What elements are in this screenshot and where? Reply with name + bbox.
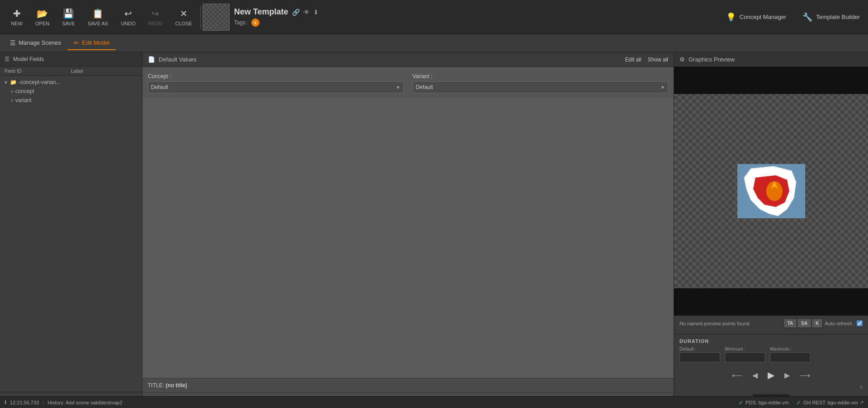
map-svg	[737, 164, 805, 218]
tags-label: Tags :	[234, 19, 249, 26]
status-right: ✓ PDS: bgo-eddie-vm ✓ GH REST: bgo-eddie…	[738, 399, 863, 406]
field-id-col-header: Field ID	[5, 68, 71, 74]
open-icon: 📂	[37, 8, 48, 19]
undo-icon: ↩	[124, 8, 132, 19]
duration-fields: Default : Minimum : Maximum :	[679, 347, 863, 362]
play-button[interactable]: ▶	[766, 369, 776, 381]
manage-scenes-tab[interactable]: ☰ Manage Scenes	[4, 37, 67, 50]
add-tag-button[interactable]: +	[251, 19, 259, 27]
new-button[interactable]: ✚ NEW	[5, 5, 29, 29]
main-toolbar: ✚ NEW 📂 OPEN 💾 SAVE 📋 SAVE AS ↩ UNDO ↪ R…	[0, 0, 868, 34]
edit-model-tab[interactable]: ✏ Edit Model	[67, 37, 116, 50]
concept-group: Concept : Default ▼	[148, 73, 404, 93]
variant-select-wrap: Default ▼	[413, 81, 669, 93]
template-builder-button[interactable]: 🔧 Template Builder	[799, 10, 863, 24]
field-table-header: Field ID Label	[0, 66, 142, 76]
gh-rest-status: ✓ GH REST: bgo-eddie-vm ↗	[796, 399, 863, 406]
left-panel: ☰ Model Fields Field ID Label ▼ 📁 -conce…	[0, 52, 142, 408]
edit-model-icon: ✏	[74, 39, 79, 47]
auto-refresh-row: Auto-refresh :	[825, 320, 863, 326]
center-panel: 📄 Default Values Edit all Show all Conce…	[142, 52, 674, 408]
duration-default-input[interactable]	[679, 352, 720, 362]
graphics-preview-label: Graphics Preview	[689, 56, 735, 63]
tree-item-variant-label: variant	[15, 97, 32, 103]
tree-item-variant[interactable]: ≡ variant	[0, 96, 142, 105]
status-timestamp: 12:21:56.733	[10, 400, 39, 405]
save-as-button[interactable]: 📋 SAVE AS	[81, 5, 115, 29]
concept-manager-button[interactable]: 💡 Concept Manager	[722, 10, 790, 24]
preview-controls: No named preview points found. TA SA K A…	[674, 315, 868, 334]
status-left: ℹ 12:21:56.733 : History: Add scene saki…	[5, 399, 123, 405]
duration-minimum-input[interactable]	[725, 352, 765, 362]
save-as-icon: 📋	[92, 8, 104, 19]
template-link-icon[interactable]: 🔗	[292, 9, 300, 16]
default-values-label: Default Values	[159, 56, 197, 63]
preview-black-bar-bottom	[674, 288, 868, 315]
center-main-area	[142, 98, 674, 378]
auto-refresh-checkbox[interactable]	[857, 320, 863, 326]
graphics-preview-header: ⚙ Graphics Preview	[674, 52, 868, 67]
tree-item-concept-label: concept	[15, 88, 34, 94]
template-title-area: New Template 🔗 👁 ⬇ Tags : +	[234, 7, 319, 27]
save-icon: 💾	[63, 8, 74, 19]
timeline-end-label: 0	[860, 385, 863, 390]
new-icon: ✚	[13, 8, 21, 19]
field-tree: ▼ 📁 -concept-varian... ≡ concept ≡ varia…	[0, 76, 142, 392]
duration-default-label: Default :	[679, 347, 720, 352]
duration-title: DURATION	[679, 338, 863, 344]
expand-icon: ▼	[4, 80, 8, 85]
template-download-icon[interactable]: ⬇	[313, 9, 319, 16]
tree-item-folder-label: -concept-varian...	[19, 79, 61, 85]
concept-variant-row: Concept : Default ▼ Variant : Default ▼	[142, 67, 674, 98]
go-to-end-button[interactable]: ⟶	[798, 370, 812, 380]
preview-point-sa[interactable]: SA	[798, 319, 811, 327]
model-fields-icon: ☰	[5, 56, 9, 62]
pds-ok-icon: ✓	[738, 399, 744, 406]
preview-point-ta[interactable]: TA	[784, 319, 797, 327]
no-preview-points-text: No named preview points found.	[679, 321, 751, 326]
save-button[interactable]: 💾 SAVE	[56, 5, 81, 29]
undo-button[interactable]: ↩ UNDO	[114, 5, 142, 29]
variant-dropdown-arrow: ▼	[658, 85, 668, 90]
preview-point-buttons: TA SA K	[784, 319, 822, 327]
auto-refresh-label: Auto-refresh :	[825, 321, 855, 326]
concept-manager-icon: 💡	[726, 12, 736, 22]
status-history: :	[42, 400, 44, 405]
pds-status: ✓ PDS: bgo-eddie-vm	[738, 399, 789, 406]
show-all-link[interactable]: Show all	[648, 56, 668, 63]
main-area: ☰ Model Fields Field ID Label ▼ 📁 -conce…	[0, 52, 868, 408]
default-values-icon: 📄	[148, 56, 155, 63]
step-forward-button[interactable]: ▶	[783, 370, 792, 380]
concept-select[interactable]: Default	[148, 84, 393, 90]
duration-maximum-input[interactable]	[770, 352, 811, 362]
template-eye-icon[interactable]: 👁	[303, 9, 310, 16]
label-col-header: Label	[71, 68, 137, 74]
duration-minimum-label: Minimum :	[725, 347, 765, 352]
edit-all-link[interactable]: Edit all	[625, 56, 642, 63]
open-button[interactable]: 📂 OPEN	[29, 5, 56, 29]
redo-button[interactable]: ↪ REDO	[142, 5, 169, 29]
title-label: TITLE:	[148, 382, 164, 389]
duration-maximum-field: Maximum :	[770, 347, 811, 362]
graphics-preview-icon: ⚙	[679, 56, 685, 63]
toolbar-divider	[200, 6, 201, 28]
tree-item-folder[interactable]: ▼ 📁 -concept-varian...	[0, 78, 142, 87]
variant-select[interactable]: Default	[413, 84, 658, 90]
close-icon: ✕	[180, 8, 188, 19]
duration-default-field: Default :	[679, 347, 720, 362]
go-to-start-button[interactable]: ⟵	[730, 370, 744, 380]
tree-item-concept[interactable]: ≡ concept	[0, 87, 142, 96]
top-right-area: 💡 Concept Manager 🔧 Template Builder	[722, 10, 863, 24]
close-button[interactable]: ✕ CLOSE	[169, 5, 198, 29]
gh-rest-arrow-icon: ↗	[860, 400, 863, 405]
concept-dropdown-arrow: ▼	[393, 85, 403, 90]
manage-scenes-icon: ☰	[10, 39, 16, 47]
info-status-icon: ℹ	[5, 399, 6, 405]
preview-point-k[interactable]: K	[812, 319, 822, 327]
preview-map	[737, 164, 805, 218]
model-fields-header: ☰ Model Fields	[0, 52, 142, 66]
preview-points-row: No named preview points found. TA SA K A…	[679, 319, 863, 327]
step-back-button[interactable]: ◀	[750, 370, 760, 380]
template-builder-icon: 🔧	[802, 12, 812, 22]
preview-black-bar-top	[674, 67, 868, 94]
